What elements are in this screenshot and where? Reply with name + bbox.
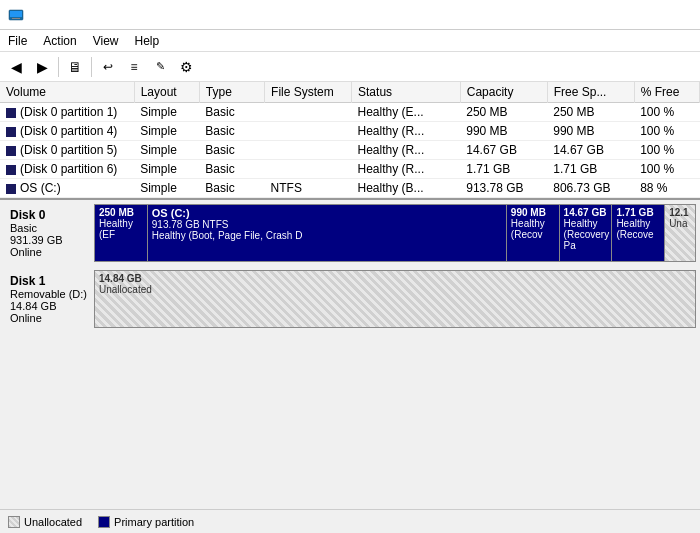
col-header-volume[interactable]: Volume (0, 82, 134, 103)
disk-type-0: Basic (10, 222, 88, 234)
volume-icon (6, 108, 16, 118)
partition-0-0[interactable]: 250 MB Healthy (EF (95, 205, 148, 261)
cell-layout: Simple (134, 160, 199, 179)
partition-size-0-2: 990 MB (511, 207, 555, 218)
disk-size-1: 14.84 GB (10, 300, 88, 312)
cell-freespace: 990 MB (547, 122, 634, 141)
disk-visual-area: Disk 0 Basic 931.39 GB Online 250 MB Hea… (0, 200, 700, 509)
partition-size-0-3: 14.67 GB (564, 207, 608, 218)
cell-capacity: 990 MB (460, 122, 547, 141)
cell-freespace: 1.71 GB (547, 160, 634, 179)
disk-type-1: Removable (D:) (10, 288, 88, 300)
volume-icon (6, 165, 16, 175)
partition-0-2[interactable]: 990 MB Healthy (Recov (507, 205, 560, 261)
cell-type: Basic (199, 122, 264, 141)
cell-volume: (Disk 0 partition 4) (0, 122, 134, 141)
cell-status: Healthy (R... (352, 160, 461, 179)
table-row[interactable]: (Disk 0 partition 1) Simple Basic Health… (0, 103, 700, 122)
disk-name-1: Disk 1 (10, 274, 88, 288)
disk-table: Volume Layout Type File System Status Ca… (0, 82, 700, 198)
cell-freespace: 806.73 GB (547, 179, 634, 198)
col-header-capacity[interactable]: Capacity (460, 82, 547, 103)
cell-fs (265, 122, 352, 141)
title-bar (0, 0, 700, 30)
disk-label-1: Disk 1 Removable (D:) 14.84 GB Online (4, 270, 94, 328)
list-button[interactable]: ≡ (122, 56, 146, 78)
partition-0-5[interactable]: 12.1 Una (665, 205, 695, 261)
table-row[interactable]: (Disk 0 partition 6) Simple Basic Health… (0, 160, 700, 179)
menu-item-file[interactable]: File (0, 32, 35, 49)
menu-item-help[interactable]: Help (127, 32, 168, 49)
refresh-button[interactable]: ↩ (96, 56, 120, 78)
toolbar-separator-2 (91, 57, 92, 77)
partition-0-1[interactable]: OS (C:) 913.78 GB NTFS Healthy (Boot, Pa… (148, 205, 507, 261)
cell-status: Healthy (E... (352, 103, 461, 122)
disk-status-1: Online (10, 312, 88, 324)
edit-button[interactable]: ✎ (148, 56, 172, 78)
partition-label-1-0: Unallocated (99, 284, 691, 295)
legend-unallocated-box (8, 516, 20, 528)
close-button[interactable] (646, 5, 692, 25)
menu-bar: FileActionViewHelp (0, 30, 700, 52)
legend-unallocated: Unallocated (8, 516, 82, 528)
cell-capacity: 14.67 GB (460, 141, 547, 160)
col-header-type[interactable]: Type (199, 82, 264, 103)
cell-fs: NTFS (265, 179, 352, 198)
col-header-fs[interactable]: File System (265, 82, 352, 103)
cell-capacity: 250 MB (460, 103, 547, 122)
cell-type: Basic (199, 160, 264, 179)
partition-label-0-4: Healthy (Recove (616, 218, 660, 240)
minimize-button[interactable] (550, 5, 596, 25)
partition-0-4[interactable]: 1.71 GB Healthy (Recove (612, 205, 665, 261)
cell-freepct: 100 % (634, 122, 699, 141)
table-row[interactable]: (Disk 0 partition 4) Simple Basic Health… (0, 122, 700, 141)
cell-status: Healthy (B... (352, 179, 461, 198)
table-body: (Disk 0 partition 1) Simple Basic Health… (0, 103, 700, 198)
cell-volume: (Disk 0 partition 5) (0, 141, 134, 160)
cell-freespace: 250 MB (547, 103, 634, 122)
title-controls (550, 5, 692, 25)
cell-fs (265, 160, 352, 179)
cell-freepct: 100 % (634, 103, 699, 122)
cell-type: Basic (199, 179, 264, 198)
menu-item-view[interactable]: View (85, 32, 127, 49)
partition-1-0[interactable]: 14.84 GB Unallocated (95, 271, 695, 327)
app-icon (8, 7, 24, 23)
settings-button[interactable]: ⚙ (174, 56, 198, 78)
cell-type: Basic (199, 103, 264, 122)
forward-button[interactable]: ▶ (30, 56, 54, 78)
partition-label-0-3: Healthy (Recovery Pa (564, 218, 608, 251)
menu-item-action[interactable]: Action (35, 32, 84, 49)
partition-size-1-0: 14.84 GB (99, 273, 691, 284)
disk-row-1: Disk 1 Removable (D:) 14.84 GB Online 14… (4, 270, 696, 328)
col-header-layout[interactable]: Layout (134, 82, 199, 103)
col-header-freepct[interactable]: % Free (634, 82, 699, 103)
partition-0-3[interactable]: 14.67 GB Healthy (Recovery Pa (560, 205, 613, 261)
disk-label-0: Disk 0 Basic 931.39 GB Online (4, 204, 94, 262)
cell-layout: Simple (134, 179, 199, 198)
computer-button[interactable]: 🖥 (63, 56, 87, 78)
table-row[interactable]: (Disk 0 partition 5) Simple Basic Health… (0, 141, 700, 160)
disk-size-0: 931.39 GB (10, 234, 88, 246)
partition-size-0-0: 250 MB (99, 207, 143, 218)
maximize-button[interactable] (598, 5, 644, 25)
col-header-status[interactable]: Status (352, 82, 461, 103)
cell-freepct: 100 % (634, 141, 699, 160)
legend-primary: Primary partition (98, 516, 194, 528)
table-row[interactable]: OS (C:) Simple Basic NTFS Healthy (B... … (0, 179, 700, 198)
disk-status-0: Online (10, 246, 88, 258)
partition-os-sub-0-1: 913.78 GB NTFS (152, 219, 502, 230)
back-button[interactable]: ◀ (4, 56, 28, 78)
partition-size-0-5: 12.1 (669, 207, 691, 218)
cell-layout: Simple (134, 122, 199, 141)
table-header-row: Volume Layout Type File System Status Ca… (0, 82, 700, 103)
cell-freespace: 14.67 GB (547, 141, 634, 160)
main-content: Volume Layout Type File System Status Ca… (0, 82, 700, 533)
col-header-freespace[interactable]: Free Sp... (547, 82, 634, 103)
cell-status: Healthy (R... (352, 141, 461, 160)
partition-label-0-2: Healthy (Recov (511, 218, 555, 240)
cell-volume: (Disk 0 partition 6) (0, 160, 134, 179)
cell-capacity: 1.71 GB (460, 160, 547, 179)
title-bar-left (8, 7, 30, 23)
cell-layout: Simple (134, 103, 199, 122)
